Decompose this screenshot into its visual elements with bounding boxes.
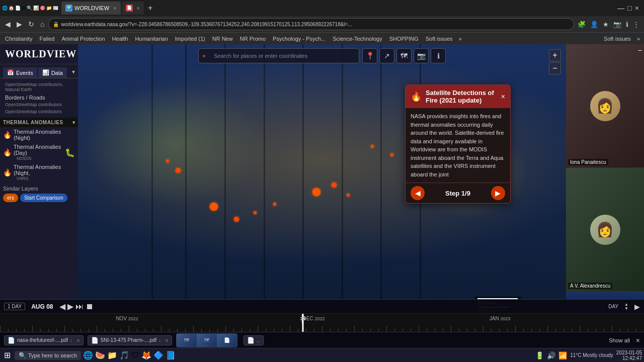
notification-file-0[interactable]: 📄 nasa-thefutureof-....pdf ↓ × xyxy=(4,335,84,345)
extensions-icon[interactable]: 🧩 xyxy=(576,20,587,29)
refresh-button[interactable]: ↻ xyxy=(26,19,36,29)
bookmark-item-1[interactable]: Failed xyxy=(36,35,57,43)
notif-thumb-0: 🗺 xyxy=(177,334,197,347)
screenshot-icon[interactable]: 📷 xyxy=(612,20,623,29)
map-area[interactable]: » Search for places or enter coordinates… xyxy=(78,44,566,332)
layers-button[interactable]: ers xyxy=(3,194,18,202)
map-search-wrapper[interactable]: » Search for places or enter coordinates xyxy=(198,48,359,63)
bookmark-item-9[interactable]: Science-Technology xyxy=(330,35,385,43)
sidebar-dropdown[interactable]: ▾ xyxy=(72,68,75,75)
thermal-item-0[interactable]: 🔥 Thermal Anomalies (Night) xyxy=(0,127,78,142)
start-button[interactable]: ⊞ xyxy=(2,350,13,360)
browser-tab-2[interactable]: 📄 × xyxy=(122,2,144,15)
popup-next-button[interactable]: ▶ xyxy=(491,186,505,200)
map-camera-btn[interactable]: 📷 xyxy=(414,48,429,63)
sys-icon-2[interactable]: 📶 xyxy=(558,351,567,359)
sys-icon-1[interactable]: 🔊 xyxy=(547,351,555,359)
forward-button[interactable]: ▶ xyxy=(15,19,24,29)
popup-prev-button[interactable]: ◀ xyxy=(411,186,425,200)
profile-icon[interactable]: 👤 xyxy=(589,20,600,29)
taskbar-icon-6[interactable]: 🔷 xyxy=(153,350,164,360)
close-button[interactable]: × xyxy=(635,4,639,12)
bookmark-more-right[interactable]: » xyxy=(635,35,642,43)
menu-icon[interactable]: ⋮ xyxy=(631,20,641,29)
notification-doc[interactable]: 📄 ... xyxy=(244,335,264,345)
map-stripe-4 xyxy=(302,44,304,332)
bookmark-item-4[interactable]: Humanitarian xyxy=(132,35,171,43)
map-share-btn[interactable]: ↗ xyxy=(379,48,394,63)
timeline-interval-button[interactable]: 1 DAY xyxy=(4,303,25,310)
comparison-button[interactable]: Start Comparison xyxy=(20,194,67,202)
map-layers-btn[interactable]: 🗺 xyxy=(396,48,412,63)
home-button[interactable]: ⌂ xyxy=(38,19,46,29)
zoom-in-button[interactable]: + xyxy=(549,49,561,61)
minimize-button[interactable]: — xyxy=(617,4,624,12)
tab-favicon: 🌍 xyxy=(65,5,72,12)
fire-dot-9 xyxy=(347,194,350,197)
bookmark-item-6[interactable]: NR New xyxy=(209,35,236,43)
bookmark-icon[interactable]: ★ xyxy=(601,20,610,29)
sys-icon-0[interactable]: 🔋 xyxy=(535,351,544,359)
taskbar-icon-5[interactable]: 🦊 xyxy=(141,350,151,360)
map-search-input[interactable]: Search for places or enter coordinates xyxy=(198,48,359,63)
layer-name-1[interactable]: Borders / Roads xyxy=(3,94,75,102)
record-button[interactable]: ⏹ xyxy=(86,302,94,311)
zoom-out-button[interactable]: − xyxy=(549,62,561,74)
bookmark-item-8[interactable]: Psychology - Psych... xyxy=(270,35,329,43)
tab-data[interactable]: 📊 Data xyxy=(38,67,67,78)
bookmark-item-3[interactable]: Health xyxy=(109,35,131,43)
notification-file-1[interactable]: 📄 SNI-13-475 Pharm-....pdf ↓ × xyxy=(88,335,172,345)
timeline-cursor-handle[interactable] xyxy=(299,314,307,324)
fire-dot-10 xyxy=(166,159,169,162)
day-down-arrow[interactable]: ▼ xyxy=(624,307,628,311)
info-icon[interactable]: ℹ xyxy=(624,20,630,29)
taskbar-icon-4[interactable]: 🛡 xyxy=(131,351,139,360)
thermal-item-1[interactable]: 🔥 Thermal Anomalies (Day) MODIS 🐛 xyxy=(0,142,78,162)
tab-close-icon[interactable]: × xyxy=(113,5,116,11)
skip-end-button[interactable]: ⏭ xyxy=(75,302,84,311)
notif-file-close-0[interactable]: × xyxy=(76,337,79,343)
bookmark-soft-issues[interactable]: Soft issues xyxy=(601,35,634,43)
play-button[interactable]: ▶ xyxy=(67,302,73,311)
taskbar-icon-2[interactable]: 📁 xyxy=(107,350,117,360)
prev-frame-button[interactable]: ◀ xyxy=(59,302,65,311)
avatar-1: 👩 xyxy=(590,215,620,245)
thermal-label-0: Thermal Anomalies (Night) xyxy=(14,129,75,141)
show-all-button[interactable]: Show all xyxy=(609,337,630,343)
map-info-btn[interactable]: ℹ xyxy=(431,48,446,63)
thermal-item-2[interactable]: 🔥 Thermal Anomalies (Night, VIIRS xyxy=(0,162,78,183)
bookmark-item-7[interactable]: NR Promo xyxy=(237,35,269,43)
thermal-collapse-icon[interactable]: ▾ xyxy=(72,120,75,125)
notif-file-close-1[interactable]: × xyxy=(165,337,168,343)
fire-popup-close-btn[interactable]: × xyxy=(501,93,505,101)
tab-events[interactable]: 📅 Events xyxy=(3,67,37,78)
taskbar-icon-3[interactable]: 🎵 xyxy=(119,350,129,360)
notif-thumb-2: 📄 xyxy=(217,334,237,347)
address-bar[interactable]: 🔒 worldview.earthdata.nasa.gov/?v=-228.0… xyxy=(48,18,574,30)
new-tab-button[interactable]: + xyxy=(145,4,155,13)
bookmark-item-11[interactable]: Soft issues xyxy=(423,35,456,43)
bookmark-more[interactable]: » xyxy=(457,35,464,43)
notification-dismiss-icon[interactable]: × xyxy=(636,336,640,344)
bookmark-item-2[interactable]: Animal Protection xyxy=(58,35,108,43)
taskbar-icon-1[interactable]: 🍉 xyxy=(95,350,105,360)
back-button[interactable]: ◀ xyxy=(3,19,13,29)
notification-thumbnails[interactable]: 🗺 🗺 📄 xyxy=(176,333,237,347)
taskbar-icon-0[interactable]: 🌐 xyxy=(83,350,93,360)
map-location-btn[interactable]: 📍 xyxy=(362,48,377,63)
taskbar-icon-7[interactable]: 📘 xyxy=(166,350,176,360)
taskbar-search[interactable]: 🔍 Type here to search xyxy=(15,351,81,360)
map-stripe-1 xyxy=(185,44,187,332)
section-thermal-header[interactable]: THERMAL ANOMALIES ▾ xyxy=(0,118,78,127)
browser-tab-worldview[interactable]: 🌍 WORLDVIEW × xyxy=(61,2,121,15)
timeline-collapse-btn[interactable]: ▶ xyxy=(634,303,640,311)
notif-file-progress-0: ↓ xyxy=(70,337,72,343)
bookmark-item-5[interactable]: Imported (1) xyxy=(172,35,208,43)
maximize-button[interactable]: □ xyxy=(627,4,631,12)
tab2-close-icon[interactable]: × xyxy=(137,5,140,11)
bookmark-item-10[interactable]: SHOPPING xyxy=(386,35,422,43)
bookmark-item-0[interactable]: Christianity xyxy=(2,35,35,43)
video-collapse-0[interactable]: − xyxy=(638,46,642,54)
timeline-day-arrows[interactable]: ▲ ▼ xyxy=(624,303,628,311)
timeline-track[interactable]: NOV 2022 DEC 2022 JAN 2023 ▲ xyxy=(0,314,644,332)
